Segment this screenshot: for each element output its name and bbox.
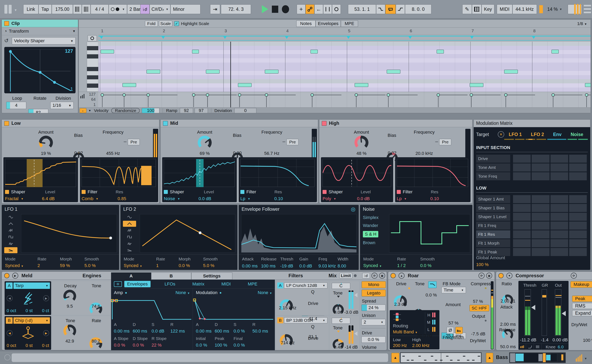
matrix-cell[interactable]: [513, 230, 531, 238]
matrix-cell[interactable]: [551, 204, 568, 212]
lfo1-smooth-value[interactable]: 5.0 %: [84, 263, 96, 268]
matrix-row-label[interactable]: Flt 1 Res: [476, 230, 510, 238]
roar-fb-mode-menu[interactable]: Time▼: [441, 287, 466, 293]
low-bias-value[interactable]: 0.02: [72, 150, 85, 156]
lfo1-rate-value[interactable]: 2: [38, 263, 40, 268]
tab-envelopes[interactable]: Envelopes: [316, 20, 341, 27]
engine-a-badge[interactable]: A: [6, 282, 13, 289]
midi-note[interactable]: [238, 83, 252, 87]
midi-note[interactable]: [552, 50, 559, 53]
engine-b-st[interactable]: 0 st: [26, 343, 33, 348]
spread-field[interactable]: 24 %: [362, 305, 386, 311]
midi-note[interactable]: [504, 70, 518, 73]
matrix-cell[interactable]: [532, 155, 549, 163]
loop-count-field[interactable]: 4: [6, 102, 26, 109]
noise-algo-wander[interactable]: Wander: [363, 223, 379, 228]
roar-tone-filter-button[interactable]: [428, 281, 437, 288]
velocity-marker[interactable]: [552, 92, 584, 107]
mix-a-gain-handle[interactable]: [354, 293, 357, 297]
link-button[interactable]: Link: [23, 4, 39, 14]
matrix-cell[interactable]: [551, 248, 568, 256]
matrix-cell[interactable]: [513, 172, 531, 180]
noise-mode-menu[interactable]: Synced ▼: [363, 263, 382, 268]
engine-a-next-button[interactable]: ▶: [43, 295, 49, 301]
midi-note[interactable]: [355, 83, 368, 87]
capture-midi-button[interactable]: [323, 4, 332, 14]
matrix-row-label[interactable]: Shaper 1 Amt: [476, 195, 510, 203]
meld-drive-field[interactable]: 0.0 %: [362, 336, 386, 343]
matrix-col-env[interactable]: Env: [553, 132, 561, 137]
mod-level-value[interactable]: 0.0 %: [196, 343, 215, 348]
matrix-cell[interactable]: [551, 172, 568, 180]
matrix-col-lfo2[interactable]: LFO 2: [531, 132, 544, 137]
loop-length-field[interactable]: 8. 0. 0: [405, 4, 431, 14]
matrix-cell[interactable]: [551, 230, 568, 238]
engine-a-k2-value[interactable]: 74.6: [89, 304, 103, 309]
mono-button[interactable]: Mono: [362, 281, 386, 288]
lfo2-morph-value[interactable]: 0.0 %: [179, 263, 190, 268]
meld-save-icon[interactable]: ▣: [379, 273, 385, 279]
mod-target-menu[interactable]: None ▼: [258, 290, 272, 295]
matrix-cell[interactable]: [569, 172, 587, 180]
overdub-plus-button[interactable]: +: [297, 4, 306, 14]
matrix-cell[interactable]: [569, 213, 587, 221]
play-button[interactable]: [262, 5, 268, 13]
output-meter-icon[interactable]: [576, 354, 582, 362]
low-filter-type-menu[interactable]: Comb: [82, 196, 93, 201]
lfo2-display[interactable]: [140, 214, 235, 253]
mix-b-tone-value[interactable]: 0.48: [332, 344, 344, 350]
mid-level-value[interactable]: 0.0 dB: [198, 196, 211, 201]
mod-adsr-value[interactable]: 0.00 ms: [196, 329, 215, 334]
mid-amount-knob[interactable]: [198, 136, 212, 150]
meld-collapse-button[interactable]: ▶: [12, 273, 18, 279]
velocity-marker[interactable]: [504, 92, 536, 107]
velocity-shaper-graph[interactable]: 127 1: [4, 47, 76, 93]
lfo2-mode-menu[interactable]: Synced ▼: [124, 263, 142, 268]
tempo-nudge-down-button[interactable]: [73, 4, 82, 14]
triangle-wave-icon[interactable]: [123, 221, 136, 227]
subtab-envelopes[interactable]: Envelopes: [124, 281, 151, 287]
legato-button[interactable]: Legato: [362, 290, 386, 297]
mid-bias-value[interactable]: 0.00: [231, 150, 244, 156]
high-shaper-display[interactable]: Shaper Level Poly ▼ 0.0 dB: [321, 157, 393, 202]
env-param-value[interactable]: 9.03 kHz: [318, 263, 337, 269]
high-shaper-type-menu[interactable]: Poly: [322, 196, 331, 201]
ramp-wave-icon[interactable]: [123, 247, 136, 253]
noise-smooth-value[interactable]: 0.0 %: [420, 263, 431, 268]
mod-envelope-graph[interactable]: [193, 297, 275, 321]
band-high-swatch[interactable]: [322, 121, 327, 126]
rotate-field[interactable]: 82: [28, 109, 48, 113]
tap-tempo-button[interactable]: Tap: [39, 4, 52, 14]
ramp-to-field[interactable]: 97: [195, 108, 208, 113]
matrix-cell[interactable]: [513, 213, 531, 221]
matrix-cell[interactable]: [513, 155, 531, 163]
matrix-row-label[interactable]: Flt 1 Freq: [476, 221, 510, 230]
note-grid[interactable]: [99, 42, 591, 92]
mix-a-pan-field[interactable]: C: [332, 283, 350, 289]
matrix-cell[interactable]: [513, 195, 531, 203]
meld-tab-settings[interactable]: Settings: [191, 273, 232, 280]
engine-a-oct[interactable]: 0 oct: [7, 308, 16, 313]
time-signature-field[interactable]: 4 / 4: [91, 4, 109, 14]
velocity-marker[interactable]: [310, 92, 343, 107]
fold-button[interactable]: Fold: [145, 21, 158, 27]
clip-overview-minimap[interactable]: [400, 352, 481, 363]
filter-b-freq-value[interactable]: 714 Hz: [278, 340, 298, 345]
device-chain-minimap[interactable]: [509, 352, 566, 363]
comp-power-button[interactable]: [498, 273, 504, 278]
computer-midi-keyboard-button[interactable]: [472, 4, 481, 14]
noise-algo-sh[interactable]: S & H: [363, 231, 378, 237]
piano-keys-column[interactable]: [87, 42, 99, 92]
velocity-marker[interactable]: [206, 92, 238, 107]
comp-thresh-handle[interactable]: [531, 305, 535, 310]
env-follower-map-icon[interactable]: ◎: [351, 206, 355, 212]
matrix-cell[interactable]: [532, 248, 549, 256]
mix-b-level-value[interactable]: -14 dB: [344, 344, 358, 350]
follow-button[interactable]: ⇥: [210, 4, 220, 14]
roar-hot-swap-icon[interactable]: ⟳: [479, 273, 485, 279]
comp-out-handle[interactable]: [562, 311, 566, 316]
tab-mpe[interactable]: MPE: [341, 20, 358, 27]
low-res-value[interactable]: 0.85: [118, 196, 126, 201]
velocity-marker[interactable]: [146, 92, 179, 107]
comp-view-sidechain-button[interactable]: [534, 344, 542, 350]
